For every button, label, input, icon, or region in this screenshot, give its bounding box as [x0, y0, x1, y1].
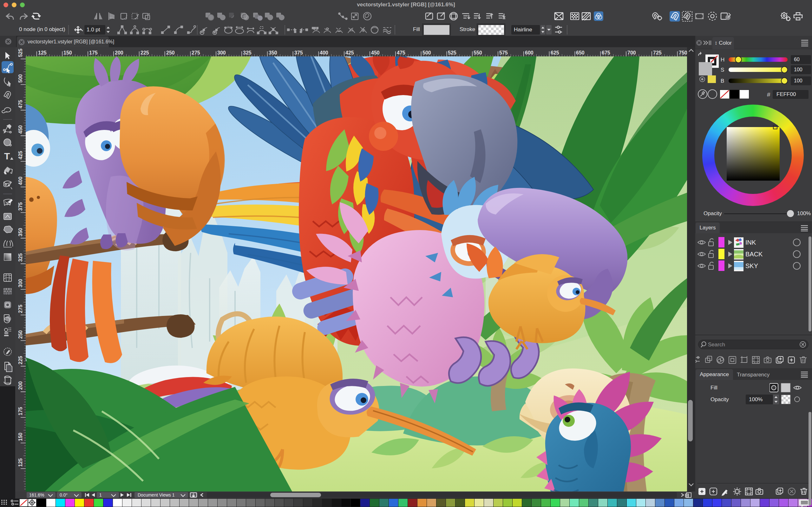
svg-text:400: 400 [18, 176, 23, 185]
svg-text:275: 275 [192, 50, 200, 55]
svg-text:175: 175 [18, 407, 23, 415]
svg-text:650: 650 [576, 50, 585, 55]
svg-text:1: 1 [99, 493, 102, 498]
svg-text:525: 525 [448, 50, 456, 55]
svg-text:450: 450 [18, 125, 23, 134]
svg-text:525: 525 [18, 49, 23, 57]
svg-text:450: 450 [371, 50, 380, 55]
svg-text:250: 250 [18, 330, 23, 339]
svg-text:Document Views 1: Document Views 1 [138, 493, 175, 498]
svg-text:350: 350 [269, 50, 277, 55]
svg-text:350: 350 [18, 228, 23, 236]
svg-text:125: 125 [18, 458, 23, 467]
svg-text:600: 600 [525, 50, 534, 55]
svg-text:475: 475 [397, 50, 405, 55]
svg-text:161.6%: 161.6% [29, 493, 44, 498]
svg-text:325: 325 [243, 50, 252, 55]
svg-text:300: 300 [217, 50, 226, 55]
svg-text:125: 125 [38, 50, 47, 55]
svg-text:375: 375 [18, 202, 23, 211]
svg-text:500: 500 [18, 74, 23, 83]
svg-text:375: 375 [294, 50, 303, 55]
svg-text:500: 500 [422, 50, 431, 55]
svg-text:225: 225 [141, 50, 149, 55]
svg-text:T: T [4, 151, 10, 161]
svg-text:200: 200 [115, 50, 123, 55]
svg-text:400: 400 [320, 50, 328, 55]
svg-text:425: 425 [18, 151, 23, 159]
svg-text:475: 475 [18, 100, 23, 108]
svg-text:200: 200 [18, 381, 23, 390]
svg-text:325: 325 [18, 253, 23, 262]
svg-text:225: 225 [18, 356, 23, 364]
svg-text:0.0°: 0.0° [60, 493, 67, 498]
svg-text:175: 175 [89, 50, 98, 55]
svg-text:700: 700 [627, 50, 636, 55]
svg-text:675: 675 [602, 50, 610, 55]
svg-text:750: 750 [679, 50, 687, 55]
svg-text:575: 575 [499, 50, 508, 55]
svg-text:150: 150 [18, 433, 23, 441]
svg-text:550: 550 [473, 50, 482, 55]
svg-text:150: 150 [63, 50, 72, 55]
svg-text:725: 725 [653, 50, 662, 55]
svg-text:425: 425 [345, 50, 354, 55]
svg-text:300: 300 [18, 279, 23, 287]
svg-text:275: 275 [18, 304, 23, 313]
svg-text:625: 625 [551, 50, 559, 55]
svg-text:250: 250 [166, 50, 175, 55]
